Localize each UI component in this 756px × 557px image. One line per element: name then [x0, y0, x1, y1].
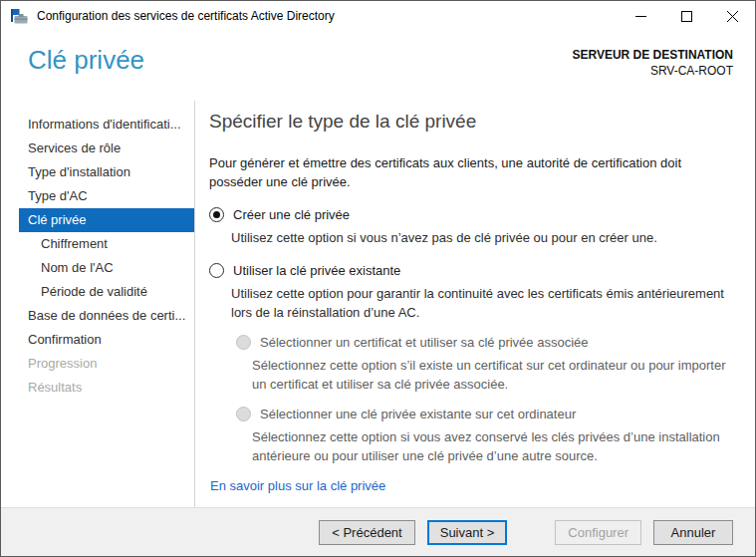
nav-item[interactable]: Services de rôle	[19, 137, 194, 160]
radio-description: Utilisez cette option pour garantir la c…	[231, 284, 733, 322]
title-bar: Configuration des services de certificat…	[1, 1, 755, 31]
wizard-nav: Informations d'identificati...Services d…	[1, 101, 195, 507]
nav-item[interactable]: Informations d'identificati...	[19, 113, 194, 137]
wizard-window: Configuration des services de certificat…	[0, 0, 756, 557]
radio-label[interactable]: Utiliser la clé privée existante	[233, 263, 400, 278]
destination-server-label: SERVEUR DE DESTINATION	[572, 47, 733, 63]
radio-label: Sélectionner un certificat et utiliser s…	[260, 335, 589, 350]
page-title: Clé privée	[28, 45, 144, 101]
cancel-button[interactable]: Annuler	[653, 520, 733, 545]
radio-button-icon	[236, 407, 251, 421]
nav-item[interactable]: Clé privée	[19, 208, 194, 232]
nav-item[interactable]: Confirmation	[19, 328, 194, 352]
radio-option-row[interactable]: Utiliser la clé privée existante	[209, 263, 733, 278]
private-key-options: Créer une clé privéeUtilisez cette optio…	[209, 207, 733, 465]
minimize-button[interactable]	[618, 1, 663, 31]
nav-item: Progression	[19, 352, 194, 376]
next-button[interactable]: Suivant >	[427, 520, 508, 545]
nav-item[interactable]: Période de validité	[19, 280, 194, 304]
wizard-body: Informations d'identificati...Services d…	[1, 101, 755, 507]
radio-option: Sélectionner un certificat et utiliser s…	[236, 335, 733, 394]
radio-description: Sélectionnez cette option s’il existe un…	[252, 356, 733, 394]
radio-option-row: Sélectionner un certificat et utiliser s…	[236, 335, 733, 350]
window-title: Configuration des services de certificat…	[37, 9, 335, 23]
radio-description: Sélectionnez cette option si vous avez c…	[252, 427, 733, 465]
nav-item[interactable]: Type d'AC	[19, 184, 194, 208]
radio-option: Sélectionner une clé privée existante su…	[236, 407, 733, 465]
wizard-page: Spécifier le type de la clé privée Pour …	[195, 101, 755, 507]
radio-description: Utilisez cette option si vous n’avez pas…	[231, 228, 733, 247]
maximize-button[interactable]	[663, 1, 709, 31]
nav-item[interactable]: Base de données de certi...	[19, 304, 194, 328]
nav-item[interactable]: Type d'installation	[19, 160, 194, 184]
configure-button: Configurer	[555, 520, 641, 545]
close-button[interactable]	[709, 1, 755, 31]
wizard-header: Clé privée SERVEUR DE DESTINATION SRV-CA…	[1, 31, 755, 101]
page-heading: Spécifier le type de la clé privée	[209, 111, 733, 133]
radio-label[interactable]: Créer une clé privée	[233, 207, 350, 222]
window-controls	[618, 1, 755, 31]
nav-item: Résultats	[19, 376, 194, 400]
previous-button[interactable]: < Précédent	[319, 520, 414, 545]
learn-more-link[interactable]: En savoir plus sur la clé privée	[210, 478, 385, 493]
wizard-footer: < PrécédentSuivant >ConfigurerAnnuler	[1, 507, 755, 556]
destination-server-name: SRV-CA-ROOT	[572, 63, 733, 79]
radio-option: Utiliser la clé privée existanteUtilisez…	[209, 263, 733, 322]
destination-server-block: SERVEUR DE DESTINATION SRV-CA-ROOT	[572, 37, 733, 101]
radio-button-icon[interactable]	[209, 207, 224, 222]
nav-item[interactable]: Chiffrement	[19, 232, 194, 256]
server-manager-icon	[10, 8, 29, 25]
radio-option-row: Sélectionner une clé privée existante su…	[236, 407, 733, 421]
intro-text: Pour générer et émettre des certificats …	[209, 153, 733, 191]
radio-option: Créer une clé privéeUtilisez cette optio…	[209, 207, 733, 247]
nav-item[interactable]: Nom de l'AC	[19, 256, 194, 280]
radio-option-row[interactable]: Créer une clé privée	[209, 207, 733, 222]
radio-label: Sélectionner une clé privée existante su…	[260, 407, 576, 421]
radio-button-icon	[236, 335, 251, 350]
radio-button-icon[interactable]	[209, 263, 224, 278]
